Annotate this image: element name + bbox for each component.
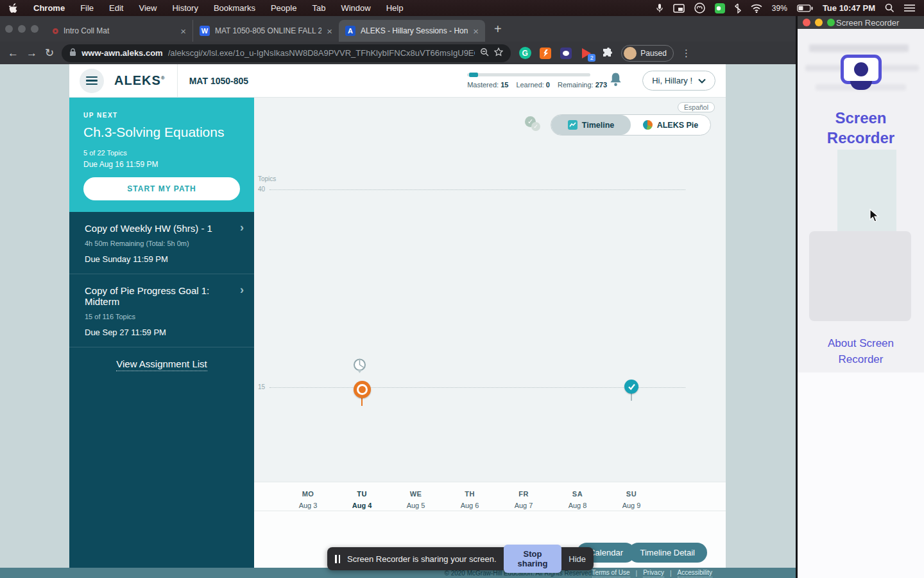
- stat-value: 0: [546, 81, 550, 89]
- browser-tab[interactable]: AALEKS - Hillary Sessions - Hon×: [339, 20, 485, 42]
- zoom-window-button[interactable]: [827, 19, 835, 26]
- reload-button[interactable]: ↻: [45, 48, 54, 58]
- goal-check-icons: ✓ ✓: [525, 116, 544, 133]
- chevron-right-icon[interactable]: ›: [240, 285, 244, 295]
- grammarly-extension-icon[interactable]: G: [518, 47, 531, 60]
- timeline-detail-button[interactable]: Timeline Detail: [628, 543, 708, 563]
- menubar-item-edit[interactable]: Edit: [109, 3, 123, 13]
- profile-sync-button[interactable]: Paused: [621, 45, 674, 62]
- day-date: Aug 4: [335, 502, 389, 509]
- bluetooth-icon[interactable]: [735, 3, 741, 13]
- tab-close-icon[interactable]: ×: [327, 26, 332, 37]
- menubar-item-file[interactable]: File: [80, 3, 94, 13]
- tab-close-icon[interactable]: ×: [180, 26, 186, 37]
- screen-recorder-extension-icon[interactable]: [560, 47, 572, 60]
- menubar-item-chrome[interactable]: Chrome: [33, 3, 65, 13]
- lock-icon[interactable]: [69, 48, 76, 58]
- control-center-icon[interactable]: [904, 4, 915, 12]
- minimize-window-button[interactable]: [815, 19, 823, 26]
- menubar-item-tab[interactable]: Tab: [312, 3, 325, 13]
- spotlight-search-icon[interactable]: [885, 3, 894, 13]
- extension-badge: 2: [588, 54, 595, 62]
- chrome-menu-icon[interactable]: ⋮: [681, 48, 691, 59]
- menubar-item-bookmarks[interactable]: Bookmarks: [214, 3, 255, 13]
- zoom-page-icon[interactable]: [480, 48, 489, 58]
- address-bar[interactable]: www-awn.aleks.com /alekscgi/x/lsl.exe/1o…: [62, 44, 511, 62]
- day-column[interactable]: SUAug 9: [604, 482, 658, 509]
- up-next-due: Due Aug 16 11:59 PM: [83, 160, 240, 169]
- start-my-path-button[interactable]: START MY PATH: [83, 177, 240, 200]
- tab-title: ALEKS - Hillary Sessions - Hon: [361, 26, 468, 35]
- current-progress-marker[interactable]: [354, 381, 371, 398]
- menubar-item-view[interactable]: View: [139, 3, 157, 13]
- day-column[interactable]: MOAug 3: [281, 482, 335, 509]
- up-next-topics: 5 of 22 Topics: [83, 149, 240, 157]
- bookmark-star-icon[interactable]: [494, 48, 503, 58]
- day-name: SA: [551, 490, 604, 498]
- green-app-icon[interactable]: [715, 3, 725, 13]
- orange-extension-icon[interactable]: [539, 47, 552, 60]
- day-column[interactable]: FRAug 7: [497, 482, 551, 509]
- microphone-icon[interactable]: [656, 3, 663, 13]
- notifications-bell-icon[interactable]: [608, 71, 623, 90]
- goal-complete-marker[interactable]: [624, 380, 638, 394]
- browser-tab[interactable]: WMAT 1050-805 ONLINE FALL 2×: [193, 20, 339, 42]
- up-next-title: Ch.3-Solving Equations: [83, 125, 240, 140]
- screen-recorder-app-icon: [841, 55, 882, 84]
- tab-close-icon[interactable]: ×: [473, 26, 479, 37]
- footer-link-accessibility[interactable]: Accessibility: [678, 569, 712, 577]
- day-column[interactable]: SAAug 8: [551, 482, 604, 509]
- tab-strip: Intro Coll Mat×WMAT 1050-805 ONLINE FALL…: [0, 16, 796, 42]
- day-name: TH: [443, 490, 497, 498]
- menubar-item-people[interactable]: People: [271, 3, 296, 13]
- greeting: Hi, Hillary !: [652, 76, 692, 85]
- day-column[interactable]: THAug 6: [443, 482, 497, 509]
- day-column[interactable]: TUAug 4: [335, 482, 389, 509]
- creative-cloud-icon[interactable]: [694, 3, 705, 13]
- assignment-item[interactable]: Copy of Weekly HW (5hrs) - 1›4h 50m Rema…: [69, 212, 254, 274]
- minimize-window-button[interactable]: [18, 25, 26, 33]
- recorder-window-title: Screen Recorder: [836, 18, 924, 28]
- day-column[interactable]: WEAug 5: [389, 482, 443, 509]
- red-extension-icon[interactable]: 2: [580, 47, 593, 60]
- zoom-window-button[interactable]: [31, 25, 38, 33]
- about-screen-recorder-link[interactable]: About Screen Recorder: [798, 335, 924, 367]
- hide-sharing-bar-button[interactable]: Hide: [569, 554, 586, 564]
- browser-tab[interactable]: Intro Coll Mat×: [46, 20, 193, 42]
- footer-link-privacy[interactable]: Privacy: [643, 569, 664, 577]
- menubar-item-history[interactable]: History: [172, 3, 198, 13]
- close-window-button[interactable]: [5, 25, 13, 33]
- wifi-icon[interactable]: [751, 4, 762, 13]
- apple-menu-icon[interactable]: [9, 3, 18, 13]
- menubar-item-window[interactable]: Window: [341, 3, 370, 13]
- tab-timeline[interactable]: Timeline: [551, 115, 631, 135]
- timeline-chart-icon: [568, 120, 578, 130]
- stop-sharing-button[interactable]: Stop sharing: [504, 545, 562, 573]
- screen-mirroring-icon[interactable]: [673, 4, 685, 13]
- new-tab-button[interactable]: +: [494, 22, 502, 37]
- menubar-item-help[interactable]: Help: [386, 3, 404, 13]
- footer-link-terms-of-use[interactable]: Terms of Use: [592, 569, 630, 577]
- recorder-app-name: Screen Recorder: [798, 108, 924, 148]
- account-menu-button[interactable]: Hi, Hillary !: [642, 71, 715, 91]
- pie-goal-badge-icon: [352, 358, 367, 381]
- hamburger-menu-button[interactable]: [80, 69, 104, 93]
- tab-aleks-pie[interactable]: ALEKS Pie: [631, 115, 710, 135]
- espanol-button[interactable]: Español: [678, 102, 715, 112]
- forward-button[interactable]: →: [26, 48, 37, 58]
- assignment-due: Due Sunday 11:59 PM: [85, 254, 244, 264]
- day-date: Aug 8: [551, 502, 604, 509]
- sidebar: UP NEXT Ch.3-Solving Equations 5 of 22 T…: [69, 98, 254, 568]
- chevron-right-icon[interactable]: ›: [240, 223, 244, 232]
- view-assignment-list-link[interactable]: View Assignment List: [116, 358, 207, 371]
- assignment-item[interactable]: Copy of Pie Progress Goal 1: Midterm›15 …: [69, 274, 254, 347]
- progress-stat: Remaining: 273: [558, 81, 607, 89]
- back-button[interactable]: ←: [8, 48, 19, 58]
- close-window-button[interactable]: [803, 19, 810, 26]
- avatar: [624, 47, 637, 60]
- sync-status: Paused: [640, 49, 667, 58]
- aleks-logo[interactable]: ALEKS®: [114, 73, 166, 88]
- faded-panel: [837, 150, 896, 231]
- window-controls[interactable]: [5, 25, 38, 33]
- extensions-puzzle-icon[interactable]: [601, 47, 613, 60]
